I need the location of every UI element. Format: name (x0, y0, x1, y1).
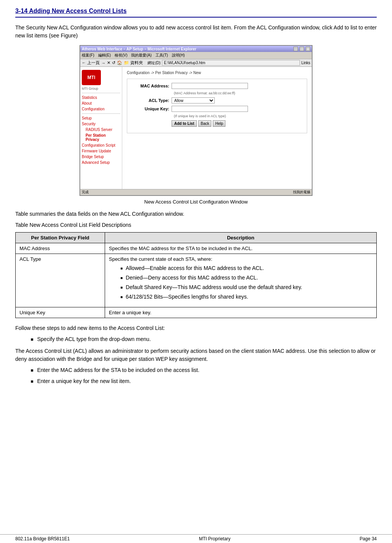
table-title: Table New Access Control List Field Desc… (15, 221, 377, 229)
menu-edit[interactable]: 編輯(E) (98, 53, 111, 58)
back-button[interactable]: Back (198, 120, 211, 127)
table-header-row: Per Station Privacy Field Description (16, 233, 377, 243)
address-bar[interactable] (162, 60, 300, 66)
maximize-btn[interactable]: □ (300, 47, 304, 51)
browser-controls: _ □ × (293, 47, 310, 51)
sidebar-divider (82, 93, 120, 93)
description-table: Per Station Privacy Field Description MA… (15, 232, 377, 318)
menu-view[interactable]: 檢視(V) (115, 53, 127, 58)
sidebar-item-bridge-setup[interactable]: Bridge Setup (82, 154, 120, 160)
browser-menu: 檔案(F) 編輯(E) 檢視(V) 我的最愛(A) 工具(T) 說明(H) (80, 52, 312, 59)
help-button[interactable]: Help (213, 120, 225, 127)
step1-list: Specify the ACL type from the drop-down … (31, 335, 377, 343)
sidebar-group-name: MTI Group (82, 87, 120, 90)
step1-item: Specify the ACL type from the drop-down … (31, 335, 377, 343)
acl-type-label: ACL Type: (131, 98, 169, 103)
intro-paragraph: The Security New ACL Configuration windo… (15, 24, 377, 40)
menu-favorites[interactable]: 我的最愛(A) (131, 53, 151, 58)
status-left: 完成 (82, 190, 89, 195)
sidebar-divider2 (82, 113, 120, 114)
refresh-icon[interactable]: ↺ (112, 60, 115, 65)
sidebar-item-setup[interactable]: Setup (82, 115, 120, 121)
desc-unique: Enter a unique key. (105, 307, 376, 318)
address-label: 網址(D) (147, 60, 160, 66)
favorites-icon[interactable]: 📁 資料夾 (124, 60, 143, 66)
sidebar-item-about[interactable]: About (82, 100, 120, 106)
final-bullet-2: Enter a unique key for the new list item… (31, 377, 377, 385)
section3-text: The Access Control List (ACL) allows an … (15, 347, 377, 363)
browser-sidebar: MTI MTI Group Statistics About Configura… (80, 67, 122, 189)
field-unique: Unique Key (16, 307, 105, 318)
final-bullet-1: Enter the MAC address for the STA to be … (31, 366, 377, 374)
back-icon[interactable]: ← 上一頁 (82, 60, 100, 66)
menu-tools[interactable]: 工具(T) (156, 53, 168, 58)
browser-statusbar: 完成 找我的電腦 (80, 189, 312, 195)
mac-address-input[interactable] (172, 83, 248, 89)
add-to-list-button[interactable]: Add to List (172, 120, 197, 127)
home-icon[interactable]: 🏠 (117, 60, 122, 65)
unique-hint: (If unique key is used in ACL type) (174, 114, 226, 118)
figure-caption: New Access Control List Configuration Wi… (15, 199, 377, 205)
footer-right: Page 34 (360, 536, 377, 541)
table-row: ACL Type Specifies the current state of … (16, 254, 377, 307)
unique-key-label: Unique Key: (131, 107, 169, 111)
browser-toolbar: ← 上一頁 → ✕ ↺ 🏠 📁 資料夾 網址(D) Links (80, 59, 312, 67)
breadcrumb: Configuration -> Per Station Privacy -> … (127, 71, 307, 75)
acl-desc-text: Specifies the current state of each STA,… (109, 256, 212, 262)
table-row: Unique Key Enter a unique key. (16, 307, 377, 318)
footer-left: 802.11a Bridge BR5811E1 (15, 536, 70, 541)
menu-file[interactable]: 檔案(F) (82, 53, 94, 58)
mac-hint: (MAC Address format: aa:bb:cc:dd:ee:ff) (174, 91, 235, 95)
col1-header: Per Station Privacy Field (16, 233, 105, 243)
buttons-row: Add to List Back Help (172, 120, 303, 127)
forward-icon[interactable]: → (101, 61, 105, 65)
unique-hint-row: (If unique key is used in ACL type) (131, 114, 303, 118)
logo-text: MTI (87, 75, 96, 80)
sidebar-item-statistics[interactable]: Statistics (82, 95, 120, 100)
sidebar-item-advanced[interactable]: Advanced Setup (82, 160, 120, 165)
mac-address-label: MAC Address: (131, 84, 169, 88)
mac-address-row: MAC Address: (131, 83, 303, 89)
acl-bullet-4: 64/128/152 Bits—Specifies lengths for sh… (120, 293, 373, 301)
section1-text: Table summaries the data fields on the N… (15, 210, 377, 218)
status-right: 找我的電腦 (293, 190, 310, 195)
col2-header: Description (105, 233, 376, 243)
field-mac: MAC Address (16, 243, 105, 254)
unique-key-input[interactable] (172, 106, 248, 112)
sidebar-item-security[interactable]: Security (82, 121, 120, 127)
unique-key-row: Unique Key: (131, 106, 303, 112)
page-title: 3-14 Adding New Access Control Lists (15, 8, 377, 18)
browser-main-content: Configuration -> Per Station Privacy -> … (122, 67, 312, 189)
stop-icon[interactable]: ✕ (107, 60, 110, 65)
acl-form: MAC Address: (MAC Address format: aa:bb:… (127, 79, 307, 133)
acl-bullet-3: Default Shared Key—This MAC address woul… (120, 283, 373, 291)
mac-hint-row: (MAC Address format: aa:bb:cc:dd:ee:ff) (131, 91, 303, 95)
sidebar-item-configuration[interactable]: Configuration (82, 106, 120, 112)
menu-help[interactable]: 說明(H) (172, 53, 185, 58)
desc-mac: Specifies the MAC address for the STA to… (105, 243, 376, 254)
sidebar-item-per-station[interactable]: Per Station Privacy (82, 133, 120, 142)
desc-acl: Specifies the current state of each STA,… (105, 254, 376, 307)
minimize-btn[interactable]: _ (293, 47, 298, 51)
acl-bullets: Allowed—Enable access for this MAC addre… (120, 264, 373, 301)
browser-title: Atheros Web Interface – AP Setup – Micro… (82, 47, 196, 51)
close-btn[interactable]: × (306, 47, 310, 51)
sidebar-item-radius[interactable]: RADIUS Server (82, 127, 120, 133)
browser-body: MTI MTI Group Statistics About Configura… (80, 67, 312, 189)
acl-bullet-2: Denied—Deny access for this MAC address … (120, 274, 373, 282)
acl-bullet-1: Allowed—Enable access for this MAC addre… (120, 264, 373, 272)
acl-type-select[interactable]: Allow Deny Default Shared Key 64/128/152… (172, 97, 215, 103)
footer-center: MTI Proprietary (199, 536, 231, 541)
browser-titlebar: Atheros Web Interface – AP Setup – Micro… (80, 46, 312, 52)
acl-type-row: ACL Type: Allow Deny Default Shared Key … (131, 97, 303, 103)
page-footer: 802.11a Bridge BR5811E1 MTI Proprietary … (0, 534, 392, 543)
sidebar-item-config-script[interactable]: Configuration Script (82, 142, 120, 148)
table-row: MAC Address Specifies the MAC address fo… (16, 243, 377, 254)
section2-text: Follow these steps to add new items to t… (15, 324, 377, 332)
field-acl: ACL Type (16, 254, 105, 307)
final-bullets-list: Enter the MAC address for the STA to be … (31, 366, 377, 385)
browser-screenshot: Atheros Web Interface – AP Setup – Micro… (79, 45, 313, 196)
sidebar-item-firmware[interactable]: Firmware Update (82, 148, 120, 154)
sidebar-logo: MTI (82, 70, 101, 85)
links-label: Links (301, 61, 310, 65)
